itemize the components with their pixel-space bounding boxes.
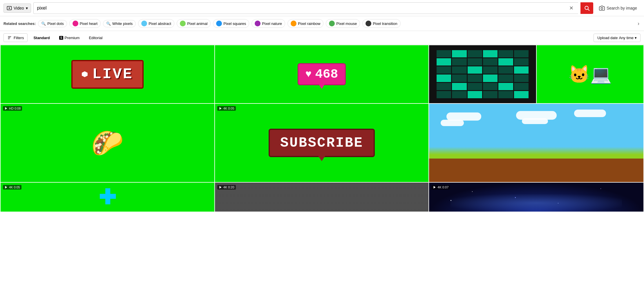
search-small-icon: 🔍 [41, 21, 46, 26]
related-chip-pixel-animal[interactable]: Pixel animal [177, 19, 211, 28]
thumb-inner-10 [429, 183, 643, 212]
search-input-wrapper: ✕ [33, 2, 578, 14]
chip-label: Pixel squares [223, 21, 246, 26]
tab-premium[interactable]: S Premium [56, 34, 83, 42]
upload-date-value: Any time [619, 36, 634, 40]
thumb-inner-2: ♥ 468 [215, 45, 429, 103]
cloud-5 [574, 110, 606, 117]
related-chip-pixel-abstract[interactable]: Pixel abstract [138, 19, 174, 28]
thumbnail-10[interactable]: 4K 0:07 [429, 183, 643, 212]
video-play-icon [219, 107, 222, 110]
chip-label: Pixel mouse [336, 21, 357, 26]
chip-label: Pixel abstract [149, 21, 171, 26]
filters-label: Filters [14, 36, 24, 40]
chip-label: Pixel animal [187, 21, 207, 26]
thumbnail-9[interactable]: 4K 0:20 [215, 183, 429, 212]
content-type-selector[interactable]: Video ▾ [3, 3, 31, 13]
clear-button[interactable]: ✕ [568, 5, 575, 11]
cat-computer-art: 🐱💻 [568, 64, 612, 85]
filter-icon [7, 35, 12, 40]
content-type-label: Video [14, 6, 24, 10]
related-chip-pixel-nature[interactable]: Pixel nature [252, 19, 285, 28]
dropdown-chevron: ▾ [635, 36, 637, 40]
video-play-icon [219, 186, 222, 189]
cross-icon: ✚ [99, 185, 116, 209]
related-searches-bar: Related searches: 🔍 Pixel dots Pixel hea… [0, 16, 644, 31]
chip-image-squares [216, 21, 222, 26]
search-icon [584, 5, 590, 11]
video-play-icon [4, 107, 8, 110]
search-small-icon: 🔍 [106, 21, 111, 26]
search-input[interactable] [37, 6, 568, 11]
live-dot [82, 71, 88, 77]
thumbnail-5[interactable]: HD 0:08 🌮 [1, 104, 214, 182]
search-submit-button[interactable] [580, 2, 593, 14]
thumbnail-1[interactable]: LIVE [1, 45, 214, 103]
related-chip-pixel-squares[interactable]: Pixel squares [213, 19, 249, 28]
thumb-inner-3 [429, 45, 536, 103]
svg-marker-12 [219, 186, 221, 189]
tab-editorial[interactable]: Editorial [85, 34, 106, 42]
svg-marker-1 [9, 7, 10, 9]
chip-image-rainbow [291, 21, 296, 26]
taco-art: 🌮 [91, 128, 124, 158]
heart-count: 468 [315, 67, 338, 81]
thumbnail-6[interactable]: 4K 0:05 SUBSCRIBE [215, 104, 429, 182]
search-by-image-button[interactable]: Search by image [596, 3, 641, 13]
related-chip-pixel-rainbow[interactable]: Pixel rainbow [287, 19, 323, 28]
star-field [429, 183, 643, 212]
thumb-inner-8: ✚ [1, 183, 214, 212]
chip-label: Pixel dots [47, 21, 64, 26]
related-chip-pixel-dots[interactable]: 🔍 Pixel dots [38, 20, 67, 27]
filters-button[interactable]: Filters [3, 33, 28, 42]
thumbnail-7[interactable]: 4K 0:20 [429, 104, 643, 182]
related-chip-pixel-mouse[interactable]: Pixel mouse [326, 19, 360, 28]
cloud-2 [441, 120, 464, 126]
svg-marker-8 [5, 107, 7, 110]
thumb-inner-1: LIVE [1, 45, 214, 103]
chip-label: Pixel transition [373, 21, 397, 26]
thumb-inner-5: 🌮 [1, 104, 214, 182]
chip-image-nature [255, 21, 261, 26]
video-icon [7, 6, 12, 11]
more-related-button[interactable]: › [636, 21, 641, 27]
related-chip-pixel-heart[interactable]: Pixel heart [69, 19, 101, 28]
thumb-inner-6: SUBSCRIBE [215, 104, 429, 182]
chip-image-heart [73, 21, 78, 26]
chip-label: Pixel rainbow [298, 21, 320, 26]
filters-bar: Filters Standard S Premium Editorial Upl… [0, 31, 644, 45]
search-bar: Video ▾ ✕ Search by image [0, 0, 644, 16]
heart-icon: ♥ [305, 68, 312, 80]
chip-image-mouse [329, 21, 335, 26]
subscribe-banner: SUBSCRIBE [269, 129, 375, 157]
thumbnail-4[interactable]: 🐱💻 [537, 45, 643, 103]
dropdown-chevron: ▾ [26, 6, 28, 10]
thumbnail-8[interactable]: 4K 0:05 ✚ [1, 183, 214, 212]
svg-marker-11 [5, 186, 7, 189]
svg-marker-9 [219, 107, 221, 110]
related-label: Related searches: [3, 21, 36, 26]
chip-image-abstract [141, 21, 147, 26]
chip-label: Pixel heart [80, 21, 97, 26]
platform-scene [429, 104, 643, 182]
tab-standard[interactable]: Standard [30, 34, 53, 42]
cloud-1 [446, 112, 481, 121]
badge-4k-20-2: 4K 0:20 [217, 185, 236, 190]
pixel-matrix [437, 50, 529, 98]
upload-date-filter[interactable]: Upload date Any time ▾ [594, 34, 641, 42]
video-grid: LIVE ♥ 468 🐱💻 [0, 45, 644, 212]
related-chip-pixel-transition[interactable]: Pixel transition [362, 19, 401, 28]
thumbnail-3[interactable] [429, 45, 536, 103]
thumbnail-2[interactable]: ♥ 468 [215, 45, 429, 103]
svg-line-3 [588, 9, 589, 10]
badge-4k-05-2: 4K 0:05 [3, 185, 21, 190]
svg-point-4 [601, 7, 603, 9]
upload-date-label: Upload date [597, 36, 618, 40]
chip-image-animal [180, 21, 186, 26]
live-banner: LIVE [71, 60, 144, 89]
chip-image-transition [366, 21, 371, 26]
related-chip-white-pixels[interactable]: 🔍 White pixels [103, 20, 136, 27]
badge-4k-05: 4K 0:05 [217, 106, 236, 111]
thumb-inner-4: 🐱💻 [537, 45, 643, 103]
badge-hd: HD 0:08 [3, 106, 22, 111]
